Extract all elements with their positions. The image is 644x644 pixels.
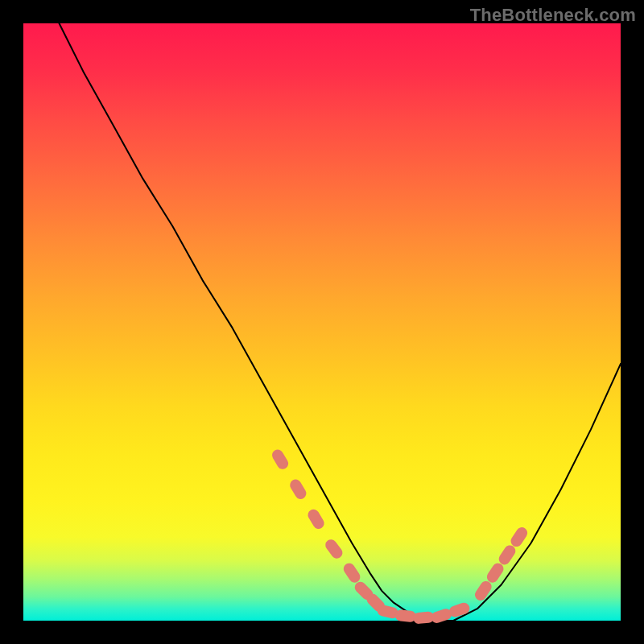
chart-frame: TheBottleneck.com: [0, 0, 644, 644]
highlight-marker: [341, 561, 362, 584]
highlight-marker: [270, 448, 290, 471]
highlight-marker: [323, 537, 345, 560]
highlight-marker: [485, 561, 506, 584]
highlight-marker: [497, 543, 518, 567]
highlight-marker: [413, 611, 435, 625]
plot-area: [23, 23, 621, 621]
highlight-marker: [288, 477, 308, 501]
highlight-marker: [306, 507, 326, 530]
highlight-marker: [473, 579, 493, 602]
chart-svg: [23, 23, 621, 621]
series-group: [60, 23, 621, 625]
highlight-marker: [394, 609, 416, 623]
curve-path: [60, 23, 621, 621]
highlight-marker: [509, 525, 530, 548]
